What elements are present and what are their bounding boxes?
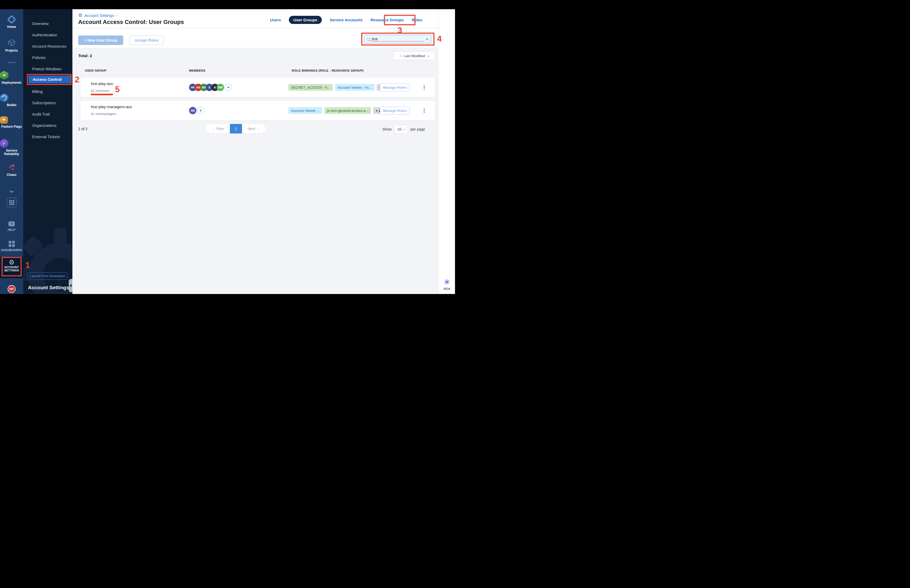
avatar[interactable]: AB [189,107,196,114]
deployments-icon: ∞ [0,71,8,80]
menu-item-authentication[interactable]: Authentication [32,32,57,37]
total-count: Total: 2 [78,53,92,58]
chaos-icon [8,163,16,172]
search-input[interactable]: hce × [364,35,431,44]
annotation-underline-5 [91,94,113,95]
access-control-tabs: Users User Groups Service Accounts Resou… [270,16,422,24]
sidebar-item-label: Chaos [0,173,23,177]
pagination: ← Prev 1 Next → [206,124,266,133]
menu-item-subscriptions[interactable]: Subscriptions [32,100,56,105]
group-id: Id: hceusers [91,89,110,93]
manage-roles-button[interactable]: Manage Roles [380,107,410,115]
aida-label: AIDA [438,287,455,290]
tab-users[interactable]: Users [270,18,281,22]
feature-flags-icon: ⚑ [0,116,8,124]
row-menu-icon[interactable] [421,84,428,91]
divider [0,195,23,195]
sidebar-item-chaos[interactable]: Chaos [0,163,23,177]
column-header-members: MEMBERS [189,69,205,72]
member-avatars: AB + [189,107,204,114]
tab-service-accounts[interactable]: Service Accounts [330,18,362,22]
sidebar-item-help[interactable]: ? HELP [0,221,23,231]
aida-icon: ✳ [438,278,455,286]
settings-panel-title: Account Settings [28,285,69,291]
gear-icon: ⚙ [9,259,15,266]
tab-roles[interactable]: Roles [412,18,422,22]
sidebar-item-builds[interactable]: Builds [0,94,23,107]
clear-search-icon[interactable]: × [426,37,428,42]
sidebar-divider [8,62,16,63]
user-avatar[interactable]: DP [8,285,16,293]
sidebar-item-label: Feature Flags [0,125,23,128]
divider [0,187,23,188]
menu-item-overview[interactable]: Overview [32,21,49,26]
settings-menu-panel: Overview Authentication Account Resource… [23,9,73,294]
tab-user-groups[interactable]: User Groups [289,16,322,24]
tab-resource-groups[interactable]: Resource Groups [370,18,404,22]
chevron-down-icon [403,128,406,130]
column-header-role-bindings: ROLE BINDINGS (ROLE - RESOURCE GROUP) [292,69,364,72]
sidebar-item-home[interactable]: Home [0,16,23,29]
sidebar-collapse-modules[interactable] [0,189,23,194]
search-value[interactable]: hce [372,37,423,42]
gear-watermark [23,222,73,294]
module-picker-button[interactable] [6,197,16,207]
sidebar-item-service-reliability[interactable]: ✓ Service Reliability [0,139,23,156]
prev-page-button[interactable]: ← Prev [206,127,230,131]
role-pill: Account Viewer ... [288,107,322,114]
module-sidebar: Home Projects ∞ Deployments Builds ⚑ Fea… [0,9,23,294]
next-page-button[interactable]: Next → [242,127,266,131]
toolbar: + New User Group Assign Roles hce × [73,28,438,48]
sidebar-item-label: Home [0,25,23,29]
home-icon [7,15,16,24]
add-member-button[interactable]: + [225,84,232,91]
row-menu-icon[interactable] [421,107,428,114]
panel-collapse-handle[interactable] [69,279,73,292]
aida-assistant-button[interactable]: ✳ AIDA [438,278,455,290]
service-reliability-icon: ✓ [0,139,8,148]
menu-item-freeze-windows[interactable]: Freeze Windows [32,66,61,71]
show-label: Show [382,127,391,131]
avatar[interactable]: NM [217,84,224,91]
group-name[interactable]: hce-play-acc [91,81,113,86]
pagination-range: 2 of 2 [78,127,87,131]
sidebar-item-label: Service Reliability [2,149,22,156]
group-name[interactable]: hce-play-managers-acc [91,105,132,109]
breadcrumb[interactable]: ⚙ Account Settings › [78,13,117,18]
search-icon [367,38,370,40]
sidebar-item-account-settings[interactable]: ⚙ ACCOUNT SETTINGS [0,257,23,278]
menu-item-organizations[interactable]: Organizations [32,123,57,128]
menu-item-audit-trail[interactable]: Audit Trail [32,112,50,116]
new-user-group-button[interactable]: + New User Group [78,36,123,45]
breadcrumb-link[interactable]: Account Settings [84,13,114,18]
user-group-row[interactable]: hce-play-acc Id: hceusers HK AS AM S A N… [81,78,435,97]
menu-item-policies[interactable]: Policies [32,55,46,60]
sidebar-item-deployments[interactable]: ∞ Deployments [0,71,23,84]
sidebar-item-dashboards[interactable]: DASHBOARDS [0,240,23,252]
page-size-control: Show 10 per page [382,125,425,133]
page-size-select[interactable]: 10 [394,125,408,133]
role-pill: SECRET_ACCESS - h... [288,84,333,91]
menu-item-external-tickets[interactable]: External Tickets [32,134,60,139]
column-header-user-group: USER GROUP [85,69,107,72]
per-page-label: per page [411,127,425,131]
manage-roles-button[interactable]: Manage Roles [380,84,410,91]
assign-roles-button[interactable]: Assign Roles [129,36,164,45]
user-group-row[interactable]: hce-play-managers-acc Id: hcemanagers AB… [81,101,435,120]
launch-first-generation-button[interactable]: Launch First Generation [27,272,68,280]
sidebar-item-feature-flags[interactable]: ⚑ Feature Flags [0,116,23,128]
role-binding-pills: Account Viewer ... pr-env-general-access… [288,107,383,114]
menu-item-billing[interactable]: Billing [32,89,43,94]
menu-item-access-control[interactable]: Access Control [28,76,71,84]
right-rail: ✳ AIDA [438,9,455,294]
sort-label: Last Modified [404,54,425,58]
add-member-button[interactable]: + [197,107,204,114]
menu-item-account-resources[interactable]: Account Resources [32,44,66,48]
builds-icon [0,94,8,102]
current-page-button[interactable]: 1 [230,124,242,133]
grid-icon [9,200,14,205]
sort-dropdown[interactable]: ↑↓ Last Modified [393,52,435,60]
sidebar-item-projects[interactable]: Projects [0,39,23,52]
help-chat-icon: ? [8,221,15,226]
menu-item-label: Access Control [33,77,61,82]
